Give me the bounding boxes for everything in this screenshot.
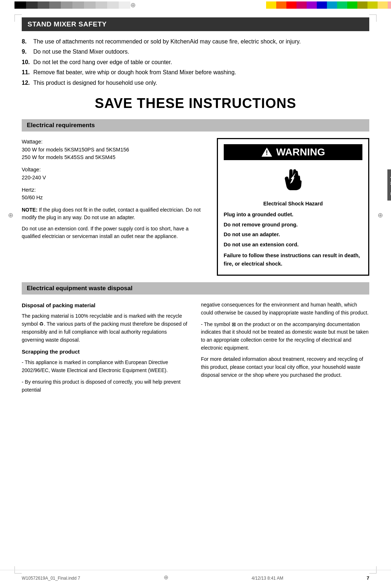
waste-col-right: negative consequences for the environmen… (201, 301, 369, 397)
wattage-value2: 250 W for models 5K45SS and 5KSM45 (22, 154, 208, 162)
page-number: 7 (367, 575, 369, 581)
list-item: 8.The use of attachments not recommended… (22, 38, 369, 46)
color-swatch (14, 1, 26, 9)
reg-mark-right: ⊕ (378, 211, 383, 219)
color-swatch (347, 1, 357, 9)
packing-title: Disposal of packing material (22, 301, 190, 309)
list-item-num: 12. (22, 79, 33, 87)
hertz-value: 50/60 Hz (22, 194, 208, 202)
waste-two-col: Disposal of packing material The packing… (22, 301, 369, 397)
list-item: 12.This product is designed for househol… (22, 79, 369, 87)
color-bar-left (14, 1, 130, 9)
color-swatch (119, 1, 130, 9)
list-item-text: Remove flat beater, wire whip or dough h… (33, 68, 369, 76)
list-item: 9.Do not use the Stand Mixer outdoors. (22, 48, 369, 56)
color-swatch (72, 1, 84, 9)
color-swatch (96, 1, 107, 9)
list-item-num: 11. (22, 68, 33, 76)
voltage-label: Voltage: (22, 166, 208, 174)
color-swatch (26, 1, 38, 9)
english-tab: English (387, 170, 391, 201)
waste-disposal-header: Electrical equipment waste disposal (22, 282, 369, 295)
color-swatch (61, 1, 72, 9)
color-swatch (367, 1, 378, 9)
safety-list: 8.The use of attachments not recommended… (22, 38, 369, 87)
electrical-warning-cols: Wattage: 300 W for models 5KSM150PS and … (22, 138, 369, 276)
color-swatch (337, 1, 347, 9)
waste-right-col3: For more detailed information about trea… (201, 355, 369, 379)
svg-text:!: ! (266, 149, 268, 157)
warning-col: ! WARNING (217, 138, 369, 276)
warning-line2: Do not remove ground prong. (224, 221, 362, 229)
registration-mark-top: ⊕ (130, 1, 136, 9)
scrapping-title: Scrapping the product (22, 347, 190, 356)
color-swatch (357, 1, 367, 9)
electrical-content: Wattage: 300 W for models 5KSM150PS and … (22, 138, 208, 240)
list-item-text: This product is designed for household u… (33, 79, 369, 87)
list-item-text: The use of attachments not recommended o… (33, 38, 369, 46)
warning-line1: Plug into a grounded outlet. (224, 210, 362, 218)
scrapping-text2: - By ensuring this product is disposed o… (22, 378, 190, 394)
color-bars-top: ⊕ (0, 0, 391, 10)
waste-right-col2: - The symbol ⊠ on the product or on the … (201, 321, 369, 352)
shock-hazard-label: Electrical Shock Hazard (224, 200, 362, 208)
failure-text: Failure to follow these instructions can… (224, 251, 362, 268)
color-swatch (38, 1, 49, 9)
warning-triangle-icon: ! (261, 147, 273, 157)
packing-text1: The packing material is 100% recyclable … (22, 312, 190, 344)
color-swatch (286, 1, 297, 9)
list-item-text: Do not use the Stand Mixer outdoors. (33, 48, 369, 56)
reg-mark-left: ⊕ (8, 211, 13, 219)
save-instructions-heading: SAVE THESE INSTRUCTIONS (22, 96, 369, 111)
list-item-num: 9. (22, 48, 33, 56)
footer-file-info: W10572619A_01_Final.indd 7 (22, 576, 80, 581)
warning-box: ! WARNING (217, 138, 369, 276)
list-item-num: 8. (22, 38, 33, 46)
hertz-label: Hertz: (22, 186, 208, 194)
electrical-req-header: Electrical requirements (22, 119, 369, 132)
voltage-group: Voltage: 220-240 V (22, 166, 208, 182)
wattage-label: Wattage: (22, 138, 208, 146)
color-swatch (297, 1, 307, 9)
color-swatch (388, 1, 391, 9)
voltage-value: 220-240 V (22, 174, 208, 182)
hertz-group: Hertz: 50/60 Hz (22, 186, 208, 202)
warning-title: ! WARNING (224, 144, 362, 160)
warning-icon-area (224, 164, 362, 195)
list-item: 11.Remove flat beater, wire whip or doug… (22, 68, 369, 76)
shock-hazard-icon (278, 164, 307, 193)
scrapping-text1: - This appliance is marked in compliance… (22, 359, 190, 374)
wattage-group: Wattage: 300 W for models 5KSM150PS and … (22, 138, 208, 162)
page-footer: W10572619A_01_Final.indd 7 ⊕ 4/12/13 8:4… (0, 570, 391, 584)
color-bar-right (266, 1, 391, 9)
wattage-value1: 300 W for models 5KSM150PS and 5KSM156 (22, 146, 208, 154)
color-swatch (49, 1, 61, 9)
warning-line3: Do not use an adapter. (224, 230, 362, 238)
color-swatch (317, 1, 327, 9)
warning-line4: Do not use an extension cord. (224, 241, 362, 249)
color-swatch (307, 1, 317, 9)
waste-col-left: Disposal of packing material The packing… (22, 301, 190, 397)
list-item-text: Do not let the cord hang over edge of ta… (33, 58, 369, 66)
note-text: NOTE: If the plug does not fit in the ou… (22, 206, 208, 221)
color-swatch (107, 1, 119, 9)
warning-text: Electrical Shock Hazard Plug into a grou… (224, 200, 362, 268)
color-swatch (84, 1, 96, 9)
color-swatch (276, 1, 286, 9)
ext-cord-text: Do not use an extension cord. If the pow… (22, 225, 208, 240)
color-swatch (266, 1, 276, 9)
color-swatch (327, 1, 337, 9)
waste-right-col1: negative consequences for the environmen… (201, 301, 369, 317)
footer-date: 4/12/13 8:41 AM (252, 576, 283, 581)
electrical-col: Wattage: 300 W for models 5KSM150PS and … (22, 138, 208, 276)
color-swatch (378, 1, 388, 9)
safety-section-header: STAND MIXER SAFETY (22, 17, 369, 31)
list-item-num: 10. (22, 58, 33, 66)
list-item: 10.Do not let the cord hang over edge of… (22, 58, 369, 66)
reg-mark-bottom: ⊕ (164, 574, 168, 581)
